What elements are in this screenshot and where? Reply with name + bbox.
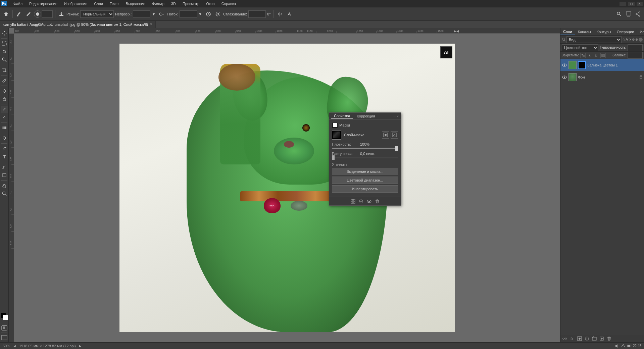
layer-mask-thumbnail[interactable] xyxy=(578,61,586,69)
quick-select-tool[interactable] xyxy=(1,56,8,63)
layer-group-button[interactable] xyxy=(591,336,597,342)
props-icon-eye[interactable] xyxy=(366,198,373,205)
screen-mode-button[interactable] xyxy=(1,334,8,341)
path-select-tool[interactable] xyxy=(1,163,8,171)
filter-color-btn[interactable] xyxy=(639,38,643,42)
lasso-tool[interactable] xyxy=(1,48,8,55)
share-button[interactable] xyxy=(634,11,642,17)
filter-effect-btn[interactable]: fx xyxy=(629,38,631,41)
layer-effect-button[interactable]: fx xyxy=(569,336,575,342)
quick-mask-button[interactable] xyxy=(1,325,8,331)
layer-delete-button[interactable] xyxy=(606,336,612,342)
mask-add-pixel-button[interactable] xyxy=(382,131,389,139)
menu-3d[interactable]: 3D xyxy=(170,1,177,6)
eraser-tool[interactable] xyxy=(1,114,8,121)
layer-visibility-toggle[interactable] xyxy=(562,62,567,68)
load-brush-button[interactable] xyxy=(58,11,65,17)
blend-input[interactable]: 0% xyxy=(248,10,266,18)
menu-file[interactable]: Файл xyxy=(12,1,24,6)
props-tab-properties[interactable]: Свойства xyxy=(331,113,353,119)
brush-preview[interactable] xyxy=(34,10,41,18)
props-icon-grid[interactable] xyxy=(350,198,356,205)
props-tab-correction[interactable]: Коррекция xyxy=(354,113,378,119)
eyedropper-tool[interactable] xyxy=(1,77,8,84)
lock-position-btn[interactable] xyxy=(594,53,599,58)
invert-button[interactable]: Инвертировать xyxy=(332,185,398,193)
lock-artboard-btn[interactable] xyxy=(600,53,606,58)
props-close-button[interactable]: × xyxy=(397,114,399,118)
home-button[interactable] xyxy=(2,11,10,17)
props-icon-filter[interactable] xyxy=(358,198,364,205)
menu-image[interactable]: Изображение xyxy=(63,1,89,6)
menu-edit[interactable]: Редактирование xyxy=(28,1,59,6)
color-range-button[interactable]: Цветовой диапазон... xyxy=(332,177,398,184)
brush-tool-button[interactable] xyxy=(15,11,23,17)
opacity-input[interactable]: 100% xyxy=(133,10,150,18)
color-swatch[interactable] xyxy=(1,313,8,320)
menu-window[interactable]: Окно xyxy=(205,1,216,6)
density-slider-thumb[interactable] xyxy=(395,146,398,151)
props-minimize-button[interactable]: ─ xyxy=(393,114,396,118)
mode-select[interactable]: Нормальный xyxy=(80,10,114,18)
shape-tool[interactable] xyxy=(1,171,8,179)
healing-brush-tool[interactable] xyxy=(1,87,8,95)
density-slider-track[interactable] xyxy=(332,148,398,149)
menu-view[interactable]: Просмотр xyxy=(181,1,201,6)
menu-layers[interactable]: Слои xyxy=(93,1,104,6)
symmetry-button[interactable] xyxy=(276,11,284,17)
flow-tool-button[interactable] xyxy=(204,11,212,17)
mask-add-vector-button[interactable] xyxy=(391,131,398,139)
layer-visibility-toggle-bg[interactable] xyxy=(562,74,567,80)
brush-tool-left[interactable] xyxy=(1,106,8,113)
airbrush-button[interactable] xyxy=(158,11,166,17)
pencil-tool-button[interactable] xyxy=(24,11,33,17)
flow-input[interactable]: 100% xyxy=(180,10,197,18)
workspace-button[interactable] xyxy=(625,11,633,17)
window-maximize-button[interactable]: □ xyxy=(628,2,635,6)
layer-item-fill[interactable]: Заливка цветом 1 xyxy=(560,59,644,71)
mask-thumbnail[interactable] xyxy=(332,130,341,140)
layer-new-button[interactable] xyxy=(599,336,605,342)
tab-layers[interactable]: Слои xyxy=(560,29,575,35)
props-icon-delete[interactable] xyxy=(374,198,381,205)
nav-arrow-left[interactable]: ◄ xyxy=(13,344,16,348)
window-minimize-button[interactable]: ─ xyxy=(620,2,626,6)
flow-arrow-button[interactable]: ▼ xyxy=(198,12,203,16)
layer-adjustment-button[interactable] xyxy=(584,336,590,342)
tab-history[interactable]: История xyxy=(637,29,644,35)
layer-mask-button[interactable] xyxy=(577,336,583,342)
dodge-tool[interactable] xyxy=(1,135,8,142)
hand-tool[interactable] xyxy=(1,182,8,189)
lock-transparent-btn[interactable] xyxy=(580,53,586,58)
nav-arrow-right[interactable]: ► xyxy=(79,344,82,348)
crop-tool[interactable] xyxy=(1,66,8,74)
brush-size-input[interactable]: 30 xyxy=(42,10,53,18)
filter-attr-btn[interactable]: ⊕ xyxy=(635,38,638,41)
pen-tool[interactable] xyxy=(1,145,8,152)
canvas-viewport[interactable]: MIA AI xyxy=(14,34,560,342)
lock-pixels-btn[interactable] xyxy=(587,53,592,58)
search-button[interactable] xyxy=(615,11,623,17)
filter-mode-btn[interactable]: ⊙ xyxy=(632,38,635,41)
stamp-tool[interactable] xyxy=(1,95,8,103)
window-close-button[interactable]: × xyxy=(637,2,643,6)
document-tab[interactable]: camylla-battani-AoqgGAqrLpU-unsplash.jpg… xyxy=(0,21,156,28)
tab-actions[interactable]: Операции xyxy=(614,29,637,35)
select-mask-button[interactable]: Выделение и маска... xyxy=(332,168,398,175)
blend-mode-select[interactable]: Цветовой тон xyxy=(562,44,598,51)
filter-kind-btn[interactable]: ☆ xyxy=(622,38,625,41)
filter-name-btn[interactable]: A xyxy=(626,38,628,41)
settings-button[interactable] xyxy=(214,11,222,17)
fill-value-input[interactable]: 100% xyxy=(628,52,643,59)
tab-paths[interactable]: Контуры xyxy=(594,29,614,35)
zoom-tool[interactable] xyxy=(1,190,8,197)
gradient-tool[interactable] xyxy=(1,124,8,132)
opacity-arrow-button[interactable]: ▼ xyxy=(152,12,156,16)
layer-link-button[interactable] xyxy=(562,336,568,342)
text-tool[interactable] xyxy=(1,153,8,160)
menu-text[interactable]: Текст xyxy=(108,1,120,6)
opacity-value-input[interactable]: 100% xyxy=(628,44,643,51)
tab-close-button[interactable]: × xyxy=(150,22,152,26)
filter-type-select[interactable]: Вид xyxy=(566,36,622,43)
layer-item-bg[interactable]: Фон xyxy=(560,71,644,83)
